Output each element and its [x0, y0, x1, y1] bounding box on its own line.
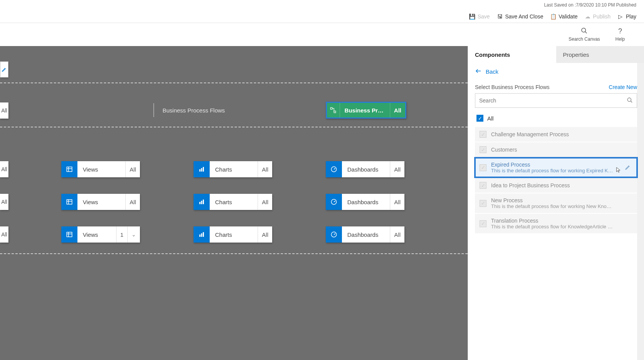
save-icon: 💾 [469, 13, 475, 20]
select-all-row[interactable]: ✓ All [468, 112, 644, 127]
scrollbar[interactable] [637, 63, 644, 360]
chart-icon [194, 194, 210, 210]
views-tile-row1[interactable]: Views All [61, 161, 140, 177]
help-button[interactable]: ? Help [615, 27, 625, 42]
checkbox[interactable]: ✓ [480, 220, 486, 227]
panel-tabs: Components Properties [468, 46, 644, 63]
bpf-tile-label: Business Proces… [340, 107, 390, 114]
designer-canvas[interactable]: All Business Process Flows Business Proc… [0, 46, 468, 360]
help-icon: ? [618, 27, 622, 35]
bpf-section-label: Business Process Flows [153, 103, 225, 117]
play-button[interactable]: ▷ Play [618, 13, 636, 20]
tab-properties[interactable]: Properties [556, 46, 644, 63]
cursor-icon [616, 166, 621, 174]
dashboards-tile-row2[interactable]: Dashboards All [326, 194, 404, 210]
gauge-icon [326, 226, 342, 243]
gauge-icon [326, 194, 342, 210]
section-title: Select Business Process Flows [475, 84, 550, 90]
flow-item[interactable]: ✓ Challenge Management Process [475, 127, 637, 142]
svg-rect-16 [203, 200, 204, 204]
save-close-icon: 🖫 [497, 13, 503, 20]
search-icon[interactable] [627, 97, 633, 104]
flow-list: ✓ Challenge Management Process ✓ Custome… [468, 127, 644, 233]
create-new-link[interactable]: Create New [609, 84, 637, 90]
search-icon [581, 27, 588, 35]
charts-tile-row2[interactable]: Charts All [194, 194, 272, 210]
checkbox[interactable]: ✓ [480, 164, 486, 171]
svg-rect-8 [201, 168, 202, 172]
checkbox[interactable]: ✓ [480, 146, 486, 153]
edge-badge-row3[interactable]: All [0, 226, 8, 243]
edit-tile[interactable] [0, 61, 8, 78]
svg-rect-9 [203, 167, 204, 172]
svg-rect-18 [67, 232, 72, 237]
divider [0, 83, 468, 83]
toolbar: 💾 Save 🖫 Save And Close 📋 Validate ☁ Pub… [0, 10, 644, 23]
checkbox-all[interactable]: ✓ [476, 115, 483, 122]
edge-badge-bpf[interactable]: All [0, 102, 8, 119]
chart-icon [194, 161, 210, 177]
chevron-down-icon[interactable]: ⌄ [127, 226, 140, 243]
bpf-tile-badge: All [390, 103, 405, 117]
svg-rect-4 [67, 167, 72, 172]
flow-item[interactable]: ✓ Customers [475, 142, 637, 157]
search-canvas-button[interactable]: Search Canvas [568, 27, 600, 42]
divider [0, 253, 468, 254]
checkbox[interactable]: ✓ [480, 200, 486, 207]
edge-badge-row1[interactable]: All [0, 161, 8, 177]
svg-rect-15 [201, 201, 202, 204]
checkbox[interactable]: ✓ [480, 131, 486, 138]
svg-line-27 [631, 101, 632, 102]
svg-rect-21 [199, 234, 200, 237]
dashboards-tile-row1[interactable]: Dashboards All [326, 161, 404, 177]
back-button[interactable]: Back [468, 63, 644, 80]
right-panel: Components Properties Back Select Busine… [468, 46, 644, 360]
play-icon: ▷ [618, 13, 624, 20]
edge-badge-row2[interactable]: All [0, 194, 8, 210]
flow-item[interactable]: ✓ Idea to Project Business Process [475, 178, 637, 193]
validate-button[interactable]: 📋 Validate [550, 13, 578, 20]
divider [0, 127, 468, 127]
views-tile-row2[interactable]: Views All [61, 194, 140, 210]
svg-rect-14 [199, 202, 200, 204]
svg-line-1 [585, 31, 587, 33]
svg-rect-2 [331, 107, 333, 109]
last-saved-text: Last Saved on :7/9/2020 10:10 PM Publish… [544, 2, 636, 8]
svg-rect-11 [67, 200, 72, 204]
main-area: All Business Process Flows Business Proc… [0, 46, 644, 360]
arrow-left-icon [475, 68, 482, 76]
pencil-icon[interactable] [625, 164, 631, 171]
gauge-icon [326, 161, 342, 177]
charts-tile-row3[interactable]: Charts All [194, 226, 272, 243]
flow-item-selected[interactable]: ✓ Expired Process This is the default pr… [474, 157, 638, 178]
panel-body: Back Select Business Process Flows Creat… [468, 63, 644, 360]
publish-button[interactable]: ☁ Publish [585, 13, 611, 20]
search-input[interactable] [479, 97, 627, 104]
charts-tile-row1[interactable]: Charts All [194, 161, 272, 177]
flow-icon [327, 103, 340, 117]
table-icon [61, 194, 77, 210]
save-and-close-button[interactable]: 🖫 Save And Close [497, 13, 544, 20]
svg-rect-23 [203, 232, 204, 237]
publish-icon: ☁ [585, 13, 591, 20]
table-icon [61, 226, 77, 243]
validate-icon: 📋 [550, 13, 556, 20]
dashboards-tile-row3[interactable]: Dashboards All [326, 226, 404, 243]
status-bar: Last Saved on :7/9/2020 10:10 PM Publish… [0, 0, 644, 10]
svg-rect-22 [201, 233, 202, 237]
tab-components[interactable]: Components [468, 46, 556, 63]
views-tile-row3[interactable]: Views 1 ⌄ [61, 226, 140, 243]
chart-icon [194, 226, 210, 243]
flow-item[interactable]: ✓ New Process This is the default proces… [475, 193, 637, 213]
save-button[interactable]: 💾 Save [469, 13, 490, 20]
section-header: Select Business Process Flows Create New [468, 80, 644, 93]
checkbox[interactable]: ✓ [480, 182, 486, 189]
svg-rect-7 [199, 169, 200, 172]
table-icon [61, 161, 77, 177]
search-box[interactable] [475, 93, 637, 108]
bpf-selected-tile[interactable]: Business Proces… All [326, 102, 406, 119]
flow-item[interactable]: ✓ Translation Process This is the defaul… [475, 214, 637, 233]
secondary-bar: Search Canvas ? Help [0, 23, 644, 46]
svg-point-0 [582, 28, 586, 32]
svg-point-26 [628, 98, 631, 101]
